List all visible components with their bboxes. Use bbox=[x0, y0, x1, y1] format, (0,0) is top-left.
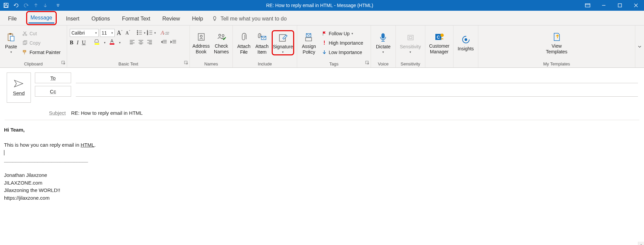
lightbulb-icon bbox=[212, 16, 218, 22]
svg-point-59 bbox=[222, 35, 224, 37]
previous-item-icon[interactable] bbox=[34, 3, 38, 8]
ribbon: Paste ▾ Cut Copy Format Painter Clipbo bbox=[0, 26, 644, 68]
send-button[interactable]: Send bbox=[7, 72, 31, 103]
chevron-down-icon[interactable]: ▾ bbox=[144, 31, 146, 35]
tab-help[interactable]: Help bbox=[189, 13, 207, 25]
italic-button[interactable]: I bbox=[77, 40, 78, 46]
next-item-icon[interactable] bbox=[43, 3, 48, 8]
redo-icon[interactable] bbox=[23, 3, 29, 8]
minimize-icon[interactable] bbox=[596, 0, 612, 11]
paperclip-icon bbox=[240, 32, 248, 43]
insights-button[interactable]: Insights bbox=[456, 33, 475, 53]
ribbon-tabs: File Message Insert Options Format Text … bbox=[0, 11, 644, 26]
maximize-icon[interactable] bbox=[612, 0, 628, 11]
tab-file[interactable]: File bbox=[5, 13, 20, 25]
svg-rect-36 bbox=[110, 43, 114, 45]
follow-up-button[interactable]: Follow Up ▾ bbox=[321, 30, 365, 38]
underline-button[interactable]: U bbox=[82, 40, 86, 46]
address-book-button[interactable]: Address Book bbox=[193, 30, 210, 56]
decrease-indent-icon[interactable] bbox=[161, 40, 167, 45]
group-sensitivity: Sensitivity ▾ Sensitivity bbox=[396, 26, 425, 67]
assign-policy-button[interactable]: Assign Policy ▾ bbox=[300, 30, 318, 55]
svg-rect-56 bbox=[198, 34, 204, 40]
align-center-icon[interactable] bbox=[138, 40, 144, 45]
chevron-down-icon[interactable]: ▾ bbox=[104, 41, 106, 44]
highlight-color-icon[interactable] bbox=[94, 39, 101, 46]
group-label-names: Names bbox=[190, 60, 232, 67]
font-name-combo[interactable]: Calibri▾ bbox=[70, 29, 99, 37]
message-body[interactable]: Hi Team, This is how you can reply email… bbox=[0, 120, 644, 236]
bold-button[interactable]: B bbox=[70, 40, 73, 46]
svg-text:3: 3 bbox=[147, 33, 148, 35]
align-right-icon[interactable] bbox=[147, 40, 152, 45]
tab-options[interactable]: Options bbox=[88, 13, 113, 25]
high-importance-label: High Importance bbox=[329, 40, 363, 46]
font-size-combo[interactable]: 11▾ bbox=[100, 29, 115, 37]
dialog-launcher-icon[interactable] bbox=[61, 61, 65, 66]
low-importance-label: Low Importance bbox=[329, 50, 362, 55]
signature-button[interactable]: Signature ▾ bbox=[272, 30, 294, 56]
dialog-launcher-icon[interactable] bbox=[365, 61, 369, 66]
body-separator: ______________________________ bbox=[4, 157, 88, 163]
qat-customize-icon[interactable] bbox=[56, 4, 60, 7]
save-icon[interactable] bbox=[3, 3, 9, 8]
format-painter-button[interactable]: Format Painter bbox=[21, 48, 62, 56]
attach-item-button[interactable]: Attach Item ▾ bbox=[254, 30, 270, 55]
close-icon[interactable] bbox=[628, 0, 644, 11]
cc-field[interactable] bbox=[76, 86, 638, 97]
group-label-basic-text: Basic Text bbox=[67, 60, 190, 67]
ribbon-display-options-icon[interactable] bbox=[580, 0, 596, 11]
chevron-down-icon[interactable]: ▾ bbox=[119, 41, 121, 44]
svg-text:C: C bbox=[437, 35, 440, 40]
attach-file-button[interactable]: Attach File ▾ bbox=[235, 30, 252, 55]
chevron-down-icon: ▾ bbox=[282, 50, 284, 54]
collapse-ribbon-button[interactable] bbox=[635, 26, 644, 67]
numbering-icon[interactable]: 123 bbox=[147, 30, 153, 36]
cc-button[interactable]: Cc bbox=[35, 86, 71, 97]
follow-up-label: Follow Up bbox=[329, 31, 350, 36]
view-templates-button[interactable]: View Templates bbox=[544, 30, 570, 56]
tell-me-placeholder: Tell me what you want to do bbox=[220, 16, 286, 22]
address-book-label: Address Book bbox=[193, 43, 210, 55]
tab-insert[interactable]: Insert bbox=[63, 13, 83, 25]
bullets-icon[interactable] bbox=[137, 30, 143, 36]
vertical-scrollbar[interactable]: ▲ bbox=[638, 242, 644, 245]
tab-review[interactable]: Review bbox=[159, 13, 183, 25]
paste-button[interactable]: Paste ▾ bbox=[3, 31, 19, 55]
undo-icon[interactable] bbox=[13, 3, 19, 8]
to-button[interactable]: To bbox=[35, 72, 71, 83]
clear-formatting-icon[interactable]: A⌫ bbox=[161, 30, 169, 36]
compose-header: Send To Cc Subject RE: How to reply emai… bbox=[0, 68, 644, 120]
tell-me-search[interactable]: Tell me what you want to do bbox=[212, 16, 286, 25]
cut-button[interactable]: Cut bbox=[21, 30, 62, 38]
sensitivity-button[interactable]: Sensitivity ▾ bbox=[398, 31, 422, 55]
dialog-launcher-icon[interactable] bbox=[184, 61, 188, 66]
svg-rect-12 bbox=[9, 33, 11, 35]
low-importance-button[interactable]: Low Importance bbox=[321, 48, 365, 56]
svg-point-57 bbox=[200, 35, 202, 37]
tab-message[interactable]: Message bbox=[26, 11, 57, 25]
font-name-value: Calibri bbox=[71, 30, 85, 36]
paste-icon bbox=[6, 32, 16, 43]
align-left-icon[interactable] bbox=[129, 40, 135, 45]
tab-format-text[interactable]: Format Text bbox=[119, 13, 154, 25]
grow-font-icon[interactable]: A˄ bbox=[116, 30, 123, 37]
shrink-font-icon[interactable]: A˅ bbox=[125, 30, 131, 36]
group-names: Address Book Check Names Names bbox=[190, 26, 233, 67]
scroll-up-icon[interactable]: ▲ bbox=[638, 242, 644, 245]
customer-manager-button[interactable]: C Customer Manager bbox=[428, 30, 450, 56]
group-label-customer-manager bbox=[425, 60, 453, 67]
window-title: RE: How to reply email in HTML - Message… bbox=[60, 3, 580, 8]
chevron-down-icon: ▾ bbox=[243, 50, 245, 54]
chevron-down-icon[interactable]: ▾ bbox=[154, 31, 156, 35]
dictate-button[interactable]: Dictate ▾ bbox=[374, 31, 393, 55]
font-color-icon[interactable]: A bbox=[109, 39, 116, 46]
subject-field[interactable]: RE: How to reply email in HTML bbox=[71, 110, 143, 116]
increase-indent-icon[interactable] bbox=[170, 40, 176, 45]
check-names-button[interactable]: Check Names bbox=[213, 30, 230, 56]
to-field[interactable] bbox=[76, 72, 638, 83]
format-painter-icon bbox=[22, 50, 28, 55]
copy-button[interactable]: Copy bbox=[21, 39, 62, 47]
high-importance-button[interactable]: ! High Importance bbox=[321, 39, 365, 47]
group-include: Attach File ▾ Attach Item ▾ Signature ▾ … bbox=[233, 26, 297, 67]
